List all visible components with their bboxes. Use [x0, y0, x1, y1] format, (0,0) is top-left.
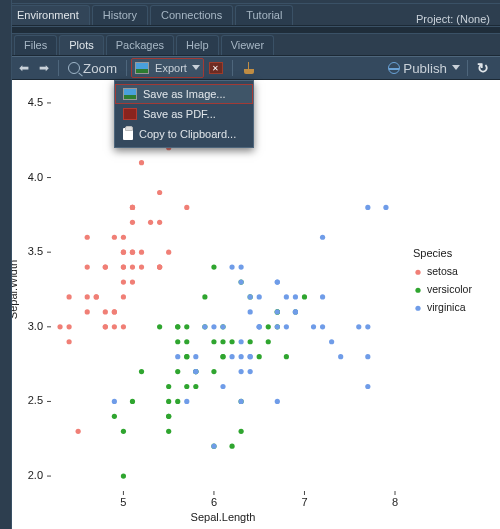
refresh-button[interactable]: ↻ [472, 58, 494, 78]
svg-point-127 [356, 324, 361, 329]
publish-dropdown[interactable]: Publish [383, 58, 463, 78]
svg-point-86 [175, 339, 180, 344]
svg-point-53 [157, 265, 162, 270]
svg-text:3.5: 3.5 [28, 245, 43, 257]
svg-point-72 [302, 294, 307, 299]
svg-point-160 [211, 324, 216, 329]
svg-point-49 [139, 250, 144, 255]
svg-text:virginica: virginica [427, 301, 466, 313]
publish-icon [388, 62, 400, 74]
svg-point-59 [112, 235, 117, 240]
separator [467, 60, 468, 76]
svg-point-115 [121, 429, 126, 434]
svg-point-26 [85, 309, 90, 314]
svg-point-120 [130, 399, 135, 404]
project-label[interactable]: Project: (None) [416, 13, 490, 25]
svg-point-68 [130, 205, 135, 210]
tab-viewer[interactable]: Viewer [221, 35, 274, 55]
prev-plot-button[interactable]: ⬅ [14, 58, 34, 78]
separator [126, 60, 127, 76]
svg-point-139 [365, 205, 370, 210]
pane-splitter[interactable] [0, 26, 500, 34]
svg-text:Species: Species [413, 247, 453, 259]
svg-point-56 [112, 309, 117, 314]
svg-point-33 [157, 220, 162, 225]
tab-help[interactable]: Help [176, 35, 219, 55]
export-dropdown[interactable]: Export [131, 58, 204, 78]
svg-point-119 [229, 339, 234, 344]
next-plot-button[interactable]: ➡ [34, 58, 54, 78]
svg-point-162 [275, 309, 280, 314]
svg-point-76 [257, 354, 262, 359]
svg-point-75 [166, 429, 171, 434]
separator [58, 60, 59, 76]
svg-point-118 [184, 339, 189, 344]
svg-point-129 [329, 339, 334, 344]
menu-label: Save as PDF... [143, 108, 216, 120]
tab-environment[interactable]: Environment [6, 5, 90, 25]
svg-point-159 [248, 309, 253, 314]
menu-copy-clipboard[interactable]: Copy to Clipboard... [115, 124, 253, 144]
svg-point-98 [284, 354, 289, 359]
svg-point-90 [229, 444, 234, 449]
zoom-button[interactable]: Zoom [63, 58, 122, 78]
menu-save-image[interactable]: Save as Image... [115, 84, 253, 104]
svg-point-144 [365, 354, 370, 359]
svg-point-44 [85, 235, 90, 240]
svg-text:setosa: setosa [427, 265, 458, 277]
svg-point-143 [175, 354, 180, 359]
tab-history[interactable]: History [92, 5, 148, 25]
svg-text:3.0: 3.0 [28, 320, 43, 332]
svg-point-112 [166, 384, 171, 389]
svg-point-157 [365, 324, 370, 329]
svg-point-81 [139, 369, 144, 374]
svg-point-54 [139, 160, 144, 165]
menu-label: Copy to Clipboard... [139, 128, 236, 140]
svg-point-71 [121, 279, 126, 284]
svg-point-58 [166, 250, 171, 255]
export-label: Export [155, 62, 187, 74]
svg-point-47 [121, 324, 126, 329]
svg-point-48 [121, 265, 126, 270]
tab-plots[interactable]: Plots [59, 35, 103, 55]
svg-point-63 [76, 429, 81, 434]
svg-point-136 [193, 354, 198, 359]
svg-text:versicolor: versicolor [427, 283, 472, 295]
tab-files[interactable]: Files [14, 35, 57, 55]
svg-point-116 [175, 369, 180, 374]
svg-text:5: 5 [120, 496, 126, 508]
svg-point-132 [257, 294, 262, 299]
svg-point-134 [284, 324, 289, 329]
chevron-down-icon [452, 65, 460, 71]
svg-point-149 [220, 324, 225, 329]
svg-point-114 [193, 384, 198, 389]
svg-point-96 [248, 339, 253, 344]
svg-point-141 [211, 444, 216, 449]
svg-text:4.5: 4.5 [28, 96, 43, 108]
tab-connections[interactable]: Connections [150, 5, 233, 25]
svg-rect-0 [51, 88, 395, 491]
tab-tutorial[interactable]: Tutorial [235, 5, 293, 25]
svg-point-171 [202, 324, 207, 329]
menu-save-pdf[interactable]: Save as PDF... [115, 104, 253, 124]
svg-text:Sepal.Length: Sepal.Length [191, 511, 256, 523]
menu-label: Save as Image... [143, 88, 226, 100]
zoom-icon [68, 62, 80, 74]
svg-point-28 [157, 190, 162, 195]
svg-point-64 [67, 294, 72, 299]
svg-point-61 [130, 265, 135, 270]
svg-point-153 [383, 205, 388, 210]
svg-point-158 [239, 265, 244, 270]
svg-point-130 [275, 399, 280, 404]
secondary-tabs: Files Plots Packages Help Viewer [0, 34, 500, 56]
svg-point-79 [112, 414, 117, 419]
svg-point-51 [94, 294, 99, 299]
svg-point-154 [248, 354, 253, 359]
clear-all-button[interactable] [237, 58, 261, 78]
tab-packages[interactable]: Packages [106, 35, 174, 55]
svg-point-140 [365, 384, 370, 389]
remove-plot-button[interactable]: ✕ [204, 58, 228, 78]
svg-point-122 [239, 279, 244, 284]
svg-point-110 [175, 324, 180, 329]
svg-point-164 [193, 369, 198, 374]
